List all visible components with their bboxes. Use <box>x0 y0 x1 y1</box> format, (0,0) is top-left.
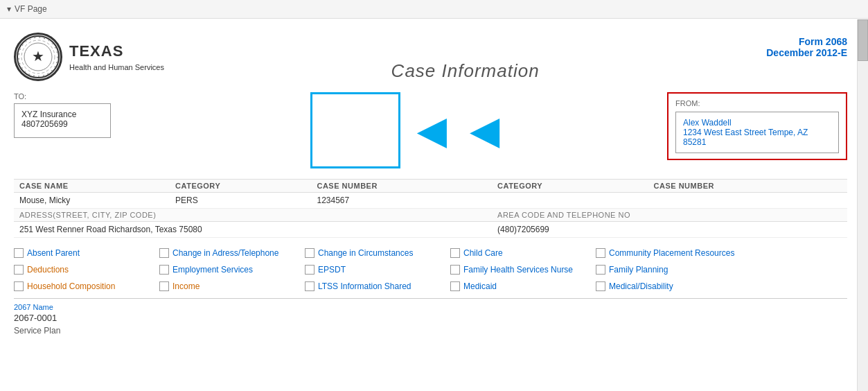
arrow-left-2: ◄ <box>460 105 509 155</box>
cb-absent-parent-box[interactable] <box>14 248 24 258</box>
cb-income-label: Income <box>172 281 200 291</box>
cb-deductions-label: Deductions <box>27 265 69 275</box>
cb-community-placement: Community Placement Resources <box>596 248 734 258</box>
table-row-data-2: 251 West Renner Road Richardson, Texas 7… <box>14 222 847 238</box>
cb-medicaid-label: Medicaid <box>463 281 497 291</box>
cb-income: Income <box>159 281 284 291</box>
cb-ltss-box[interactable] <box>305 281 315 291</box>
middle-area: ◄ ◄ <box>152 92 667 168</box>
to-name: XYZ Insurance <box>21 110 103 119</box>
cb-ltss: LTSS Information Shared <box>305 281 429 291</box>
cb-household-box[interactable] <box>14 281 24 291</box>
table-header-row-2: ADRESS(STREET, CITY, ZIP CODE) AREA CODE… <box>14 209 847 222</box>
th-case-number-1: CASE NUMBER <box>311 180 492 193</box>
cb-absent-parent: Absent Parent <box>14 248 139 258</box>
cb-community-placement-label: Community Placement Resources <box>609 248 734 258</box>
window-title: VF Page <box>15 4 47 14</box>
cb-family-planning: Family Planning <box>596 265 720 275</box>
cb-family-health-box[interactable] <box>450 265 460 275</box>
form-info: Form 2068 December 2012-E <box>766 36 847 58</box>
page-title: Case Information <box>164 60 766 82</box>
cb-community-placement-box[interactable] <box>596 248 605 258</box>
service-plan-label: Service Plan <box>14 326 847 336</box>
cb-change-circumstances-label: Change in Circumstances <box>318 248 413 258</box>
bottom-field-value: 2067-0001 <box>14 313 847 323</box>
texas-label: TEXAS <box>69 41 164 62</box>
cb-change-address-box[interactable] <box>159 248 169 258</box>
from-section: FROM: Alex Waddell 1234 West East Street… <box>667 92 847 168</box>
cb-change-address: Change in Adress/Telephone <box>159 248 284 258</box>
table-header-row-1: CASE NAME CATEGORY CASE NUMBER CATEGORY … <box>14 180 847 193</box>
cb-employment: Employment Services <box>159 265 284 275</box>
header-row: ★ TEXAS Health and Human Services Case I… <box>14 33 847 82</box>
checkbox-row-1: Absent Parent Change in Adress/Telephone… <box>14 248 847 258</box>
from-address: 1234 West East Street Tempe, AZ 85281 <box>683 128 831 147</box>
cb-family-planning-box[interactable] <box>596 265 605 275</box>
th-case-name: CASE NAME <box>14 180 170 193</box>
hhs-subtitle: Health and Human Services <box>69 63 164 71</box>
from-inner: Alex Waddell 1234 West East Street Tempe… <box>675 112 839 153</box>
to-phone: 4807205699 <box>21 119 103 129</box>
cb-child-care-box[interactable] <box>450 248 460 258</box>
cb-change-circumstances: Change in Circumstances <box>305 248 429 258</box>
cb-medical-disability: Medical/Disability <box>596 281 720 291</box>
cb-deductions-box[interactable] <box>14 265 24 275</box>
td-category-2 <box>492 193 648 209</box>
scrollbar-thumb[interactable] <box>858 19 868 61</box>
cb-family-planning-label: Family Planning <box>609 265 668 275</box>
td-case-number-1: 1234567 <box>311 193 492 209</box>
td-case-name: Mouse, Micky <box>14 193 170 209</box>
cb-epsdt: EPSDT <box>305 265 429 275</box>
logo-text: TEXAS Health and Human Services <box>69 41 164 73</box>
to-box: XYZ Insurance 4807205699 <box>14 103 111 138</box>
cb-epsdt-box[interactable] <box>305 265 315 275</box>
cb-epsdt-label: EPSDT <box>318 265 346 275</box>
scrollbar-track[interactable] <box>857 19 868 391</box>
cb-household-label: Household Composition <box>27 281 115 291</box>
case-table: CASE NAME CATEGORY CASE NUMBER CATEGORY … <box>14 179 847 238</box>
table-row-data-1: Mouse, Micky PERS 1234567 <box>14 193 847 209</box>
checkboxes-section: Absent Parent Change in Adress/Telephone… <box>14 248 847 291</box>
bottom-field-label: 2067 Name <box>14 303 847 311</box>
cb-deductions: Deductions <box>14 265 139 275</box>
checkbox-row-3: Household Composition Income LTSS Inform… <box>14 281 847 291</box>
th-category-1: CATEGORY <box>170 180 311 193</box>
bottom-info: 2067 Name 2067-0001 Service Plan <box>14 298 847 336</box>
td-case-number-2 <box>648 193 847 209</box>
cb-medical-disability-label: Medical/Disability <box>609 281 673 291</box>
checkbox-row-2: Deductions Employment Services EPSDT Fam… <box>14 265 847 275</box>
cb-household: Household Composition <box>14 281 139 291</box>
to-label: TO: <box>14 92 152 101</box>
page-content: ★ TEXAS Health and Human Services Case I… <box>0 19 868 391</box>
from-label: FROM: <box>675 99 839 107</box>
cb-child-care-label: Child Care <box>463 248 503 258</box>
td-category-1: PERS <box>170 193 311 209</box>
address-row: TO: XYZ Insurance 4807205699 ◄ ◄ FROM: A… <box>14 92 847 168</box>
th-case-number-2: CASE NUMBER <box>648 180 847 193</box>
cb-medicaid-box[interactable] <box>450 281 460 291</box>
cb-child-care: Child Care <box>450 248 575 258</box>
cb-medicaid: Medicaid <box>450 281 575 291</box>
window-bar: ▾ VF Page <box>0 0 868 19</box>
cb-income-box[interactable] <box>159 281 169 291</box>
td-address: 251 West Renner Road Richardson, Texas 7… <box>14 222 492 238</box>
cb-absent-parent-label: Absent Parent <box>27 248 80 258</box>
cb-ltss-label: LTSS Information Shared <box>318 281 411 291</box>
logo-circle: ★ <box>14 33 62 81</box>
th-category-2: CATEGORY <box>492 180 648 193</box>
blue-box <box>310 92 400 168</box>
logo-area: ★ TEXAS Health and Human Services <box>14 33 164 81</box>
cb-medical-disability-box[interactable] <box>596 281 605 291</box>
cb-change-circumstances-box[interactable] <box>305 248 315 258</box>
cb-employment-box[interactable] <box>159 265 169 275</box>
td-phone: (480)7205699 <box>492 222 847 238</box>
th-address-label: ADRESS(STREET, CITY, ZIP CODE) <box>14 209 492 222</box>
from-name: Alex Waddell <box>683 118 831 128</box>
chevron-icon: ▾ <box>7 4 11 14</box>
cb-employment-label: Employment Services <box>172 265 253 275</box>
from-outer: FROM: Alex Waddell 1234 West East Street… <box>667 92 847 160</box>
svg-text:★: ★ <box>32 49 44 64</box>
form-line2: December 2012-E <box>766 47 847 58</box>
arrow-left-1: ◄ <box>407 105 457 155</box>
to-section: TO: XYZ Insurance 4807205699 <box>14 92 152 168</box>
